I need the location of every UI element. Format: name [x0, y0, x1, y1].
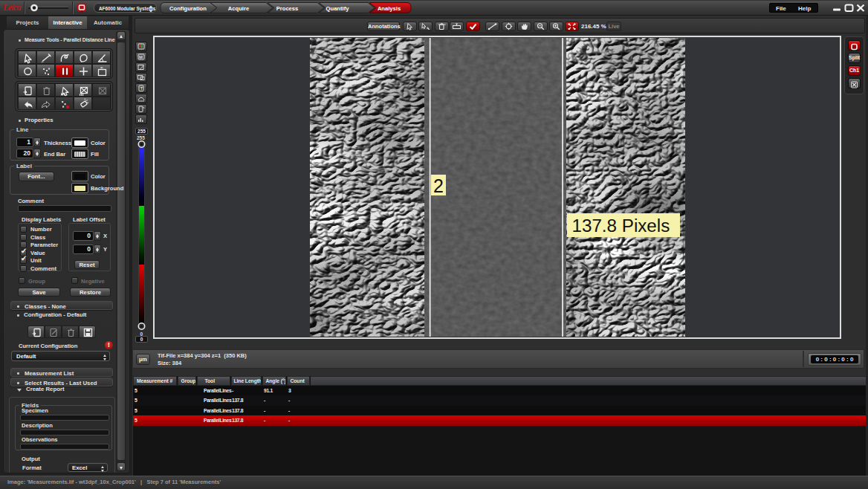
svg-text:T: T	[140, 86, 143, 91]
svg-text:Configuration: Configuration	[169, 5, 207, 12]
svg-text:Acquire: Acquire	[228, 5, 249, 12]
svg-text:2: 2	[433, 175, 444, 196]
svg-text:Process: Process	[276, 5, 299, 12]
svg-text:Analysis: Analysis	[378, 5, 401, 12]
svg-text:M: M	[139, 55, 143, 59]
svg-text:137.8 Pixels: 137.8 Pixels	[572, 216, 670, 236]
svg-text:Quantify: Quantify	[326, 5, 350, 12]
